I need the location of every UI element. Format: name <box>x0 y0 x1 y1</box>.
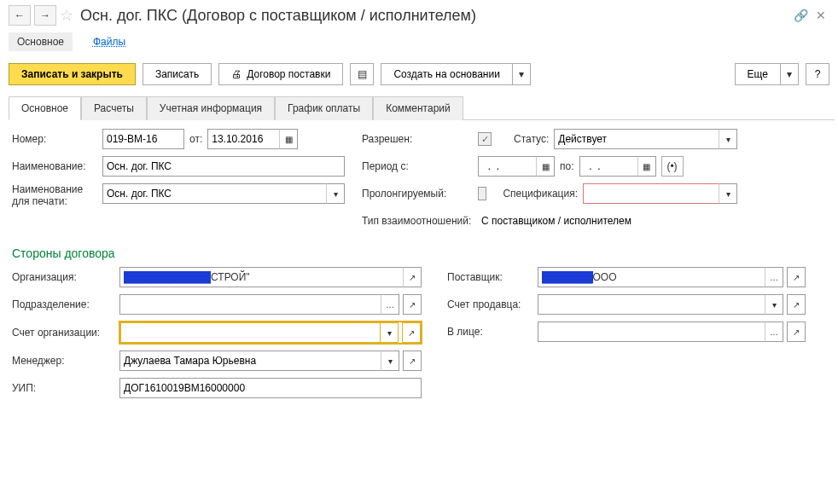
tab-schedule[interactable]: График оплаты <box>275 96 373 120</box>
supplier-open-icon[interactable]: ↗ <box>787 267 806 287</box>
seller-account-label: Счет продавца: <box>447 298 532 310</box>
person-label: В лице: <box>447 326 532 338</box>
person-ellipsis[interactable]: … <box>765 322 783 342</box>
save-close-button[interactable]: Записать и закрыть <box>9 63 136 85</box>
org-open-icon[interactable]: ↗ <box>403 267 422 287</box>
dept-open-icon[interactable]: ↗ <box>403 294 422 315</box>
tab-accounting[interactable]: Учетная информация <box>147 96 275 120</box>
tab-main[interactable]: Основное <box>9 96 81 120</box>
allowed-checkbox[interactable] <box>478 132 492 146</box>
uip-input[interactable] <box>119 378 422 398</box>
create-on-dropdown[interactable]: ▾ <box>512 63 531 85</box>
period-to-label: по: <box>560 160 574 172</box>
spec-label: Спецификация: <box>503 188 578 200</box>
supplier-label: Поставщик: <box>447 271 532 283</box>
status-label: Статус: <box>514 133 549 145</box>
print-name-input[interactable] <box>102 183 326 204</box>
relation-type-label: Тип взаимоотношений: <box>362 215 473 227</box>
subtab-main[interactable]: Основное <box>9 32 73 51</box>
number-input[interactable] <box>102 129 184 149</box>
report-icon-button[interactable]: ▤ <box>350 63 374 85</box>
save-button[interactable]: Записать <box>143 63 212 85</box>
name-label: Наименование: <box>12 160 97 172</box>
parties-section-title: Стороны договора <box>12 246 826 260</box>
spec-dropdown[interactable]: ▾ <box>719 183 737 204</box>
date-input[interactable] <box>207 129 279 149</box>
nav-back[interactable]: ← <box>9 5 31 26</box>
more-button[interactable]: Еще <box>735 63 780 85</box>
doc-icon: ▤ <box>358 68 367 80</box>
period-to-calendar-icon[interactable]: ▦ <box>637 156 656 177</box>
prolong-checkbox[interactable] <box>478 187 486 200</box>
print-label: Договор поставки <box>247 68 330 80</box>
org-account-open-icon[interactable]: ↗ <box>402 322 421 343</box>
manager-open-icon[interactable]: ↗ <box>403 350 422 371</box>
manager-input[interactable] <box>119 350 381 371</box>
spec-input[interactable] <box>583 183 719 204</box>
dept-ellipsis[interactable]: … <box>381 294 399 315</box>
calendar-icon[interactable]: ▦ <box>279 129 298 149</box>
supplier-ellipsis[interactable]: … <box>765 267 783 287</box>
dept-label: Подразделение: <box>12 298 114 310</box>
redacted: ███████ <box>542 271 593 283</box>
org-account-input[interactable] <box>120 322 380 343</box>
help-button[interactable]: ? <box>806 63 829 85</box>
redacted: ████████████ <box>124 271 211 283</box>
supplier-text: ООО <box>593 271 617 283</box>
uip-label: УИП: <box>12 382 114 394</box>
period-from-input[interactable] <box>478 156 536 177</box>
period-expand-button[interactable]: (•) <box>661 156 684 177</box>
name-input[interactable] <box>102 156 345 177</box>
supplier-input[interactable]: ███████ ООО <box>538 267 765 287</box>
period-to-input[interactable] <box>579 156 637 177</box>
window-title: Осн. дог. ПКС (Договор с поставщиком / и… <box>80 7 789 25</box>
org-account-label: Счет организации: <box>12 327 114 339</box>
number-label: Номер: <box>12 133 97 145</box>
org-label: Организация: <box>12 271 114 283</box>
prolong-label: Пролонгируемый: <box>362 188 473 200</box>
org-account-dropdown[interactable]: ▾ <box>380 322 399 343</box>
person-input[interactable] <box>538 322 765 342</box>
period-from-calendar-icon[interactable]: ▦ <box>536 156 555 177</box>
status-select[interactable] <box>554 129 719 149</box>
org-input[interactable]: ████████████СТРОЙ" <box>119 267 403 287</box>
period-from-label: Период с: <box>362 160 473 172</box>
allowed-label: Разрешен: <box>362 133 473 145</box>
relation-type-value <box>478 211 737 231</box>
print-name-label: Наименование для печати: <box>12 183 97 208</box>
dept-input[interactable] <box>119 294 381 315</box>
seller-account-open-icon[interactable]: ↗ <box>787 294 806 315</box>
star-icon[interactable]: ☆ <box>60 6 77 25</box>
more-dropdown[interactable]: ▾ <box>780 63 799 85</box>
tab-payments[interactable]: Расчеты <box>81 96 147 120</box>
seller-account-dropdown[interactable]: ▾ <box>765 294 783 315</box>
printer-icon: 🖨 <box>231 68 242 80</box>
date-from-label: от: <box>189 133 202 145</box>
manager-label: Менеджер: <box>12 355 114 367</box>
nav-fwd[interactable]: → <box>34 5 56 26</box>
person-open-icon[interactable]: ↗ <box>787 322 806 342</box>
print-name-dropdown[interactable]: ▾ <box>326 183 345 204</box>
print-button[interactable]: 🖨 Договор поставки <box>218 63 343 85</box>
manager-dropdown[interactable]: ▾ <box>381 350 399 371</box>
org-text: СТРОЙ" <box>211 271 250 283</box>
close-icon[interactable]: ✕ <box>812 9 829 22</box>
seller-account-input[interactable] <box>538 294 765 315</box>
subtab-files[interactable]: Файлы <box>88 32 131 51</box>
create-on-button[interactable]: Создать на основании <box>381 63 512 85</box>
status-dropdown[interactable]: ▾ <box>719 129 737 149</box>
tab-comment[interactable]: Комментарий <box>373 96 463 120</box>
link-icon[interactable]: 🔗 <box>792 9 809 22</box>
